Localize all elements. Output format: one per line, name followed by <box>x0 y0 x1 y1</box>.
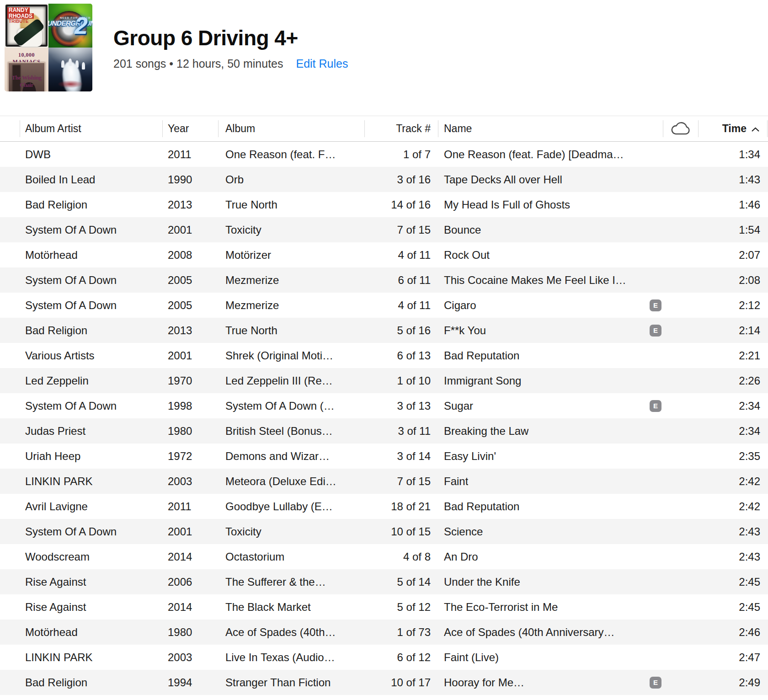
track-row[interactable]: DWB 2011 One Reason (feat. F… 1 of 7 One… <box>0 142 768 167</box>
column-header-album-artist[interactable]: Album Artist <box>20 116 162 141</box>
cell-time: 2:45 <box>698 569 768 594</box>
cell-album-artist: Bad Religion <box>20 192 162 217</box>
track-row[interactable]: Rise Against 2014 The Black Market 5 of … <box>0 594 768 620</box>
track-row[interactable]: Uriah Heep 1972 Demons and Wizar… 3 of 1… <box>0 444 768 469</box>
cell-album-artist: System Of A Down <box>20 293 162 318</box>
cell-time: 2:46 <box>698 620 768 645</box>
cell-album: Goodbye Lullaby (E… <box>218 494 364 519</box>
track-name: F**k You <box>444 324 486 337</box>
cell-album: Meteora (Deluxe Edi… <box>218 469 364 494</box>
cell-cloud-status <box>663 544 698 569</box>
track-row[interactable]: Judas Priest 1980 British Steel (Bonus… … <box>0 418 768 444</box>
cell-cloud-status <box>663 519 698 544</box>
cell-name: Ace of Spades (40th Anniversary… E <box>438 620 663 645</box>
cell-year: 2013 <box>162 318 218 343</box>
cell-year: 2003 <box>162 645 218 670</box>
track-row[interactable]: LINKIN PARK 2003 Meteora (Deluxe Edi… 7 … <box>0 469 768 494</box>
cell-album: Octastorium <box>218 544 364 569</box>
track-row[interactable]: System Of A Down 2001 Toxicity 10 of 15 … <box>0 519 768 544</box>
cell-album-artist: Avril Lavigne <box>20 494 162 519</box>
explicit-badge: E <box>650 299 661 311</box>
cell-year: 2001 <box>162 217 218 242</box>
cell-album-artist: Judas Priest <box>20 418 162 444</box>
cell-album: Orb <box>218 167 364 192</box>
cell-album-artist: Rise Against <box>20 594 162 620</box>
track-name: Under the Knife <box>444 576 520 588</box>
album-art-text: 2 <box>75 12 88 39</box>
header-gutter <box>0 116 20 141</box>
track-name: Bad Reputation <box>444 500 519 513</box>
cell-name: Faint E <box>438 469 663 494</box>
column-header-time[interactable]: Time <box>698 116 768 141</box>
column-header-cloud[interactable] <box>663 116 698 141</box>
cell-track-number: 3 of 14 <box>364 444 438 469</box>
cell-name: One Reason (feat. Fade) [Deadma… E <box>438 142 663 167</box>
sort-ascending-icon <box>751 127 760 133</box>
cell-album-artist: LINKIN PARK <box>20 645 162 670</box>
cell-cloud-status <box>663 293 698 318</box>
track-row[interactable]: Rise Against 2006 The Sufferer & the… 5 … <box>0 569 768 594</box>
album-art-text: RANDY <box>7 7 30 13</box>
track-row[interactable]: Boiled In Lead 1990 Orb 3 of 16 Tape Dec… <box>0 167 768 192</box>
track-row[interactable]: Led Zeppelin 1970 Led Zeppelin III (Re… … <box>0 368 768 393</box>
track-row[interactable]: LINKIN PARK 2003 Live In Texas (Audio… 6… <box>0 645 768 670</box>
cell-album: The Black Market <box>218 594 364 620</box>
cell-name: Easy Livin' E <box>438 444 663 469</box>
cell-name: Breaking the Law E <box>438 418 663 444</box>
album-art-wishing-chair: 10,000 MANIACS The Wishing Chair <box>5 48 48 91</box>
cell-time: 1:46 <box>698 192 768 217</box>
cell-time: 2:08 <box>698 267 768 293</box>
cell-time: 2:34 <box>698 393 768 418</box>
track-row[interactable]: Avril Lavigne 2011 Goodbye Lullaby (E… 1… <box>0 494 768 519</box>
cell-track-number: 5 of 12 <box>364 594 438 620</box>
cell-time: 2:34 <box>698 418 768 444</box>
cell-track-number: 6 of 11 <box>364 267 438 293</box>
track-row[interactable]: System Of A Down 2005 Mezmerize 4 of 11 … <box>0 293 768 318</box>
track-row[interactable]: Woodscream 2014 Octastorium 4 of 8 An Dr… <box>0 544 768 569</box>
cell-track-number: 1 of 10 <box>364 368 438 393</box>
cell-time: 2:21 <box>698 343 768 368</box>
cell-year: 2003 <box>162 469 218 494</box>
track-row[interactable]: System Of A Down 1998 System Of A Down (… <box>0 393 768 418</box>
album-art-text: The Wishing Chair <box>5 74 48 89</box>
track-row[interactable]: Motörhead 2008 Motörizer 4 of 11 Rock Ou… <box>0 242 768 267</box>
track-table: Album Artist Year Album Track # Name Tim… <box>0 116 768 695</box>
playlist-stats: 201 songs • 12 hours, 50 minutes <box>113 57 283 70</box>
track-row[interactable]: Bad Religion 2013 True North 14 of 16 My… <box>0 192 768 217</box>
column-header-album[interactable]: Album <box>218 116 364 141</box>
cell-track-number: 7 of 15 <box>364 217 438 242</box>
cell-album: Motörizer <box>218 242 364 267</box>
cell-cloud-status <box>663 192 698 217</box>
album-art-text: RHOADS <box>7 13 34 19</box>
track-row[interactable]: System Of A Down 2005 Mezmerize 6 of 11 … <box>0 267 768 293</box>
track-row[interactable]: System Of A Down 2001 Toxicity 7 of 15 B… <box>0 217 768 242</box>
cell-track-number: 4 of 11 <box>364 293 438 318</box>
cell-album: Mezmerize <box>218 267 364 293</box>
track-name: Easy Livin' <box>444 450 496 463</box>
track-row[interactable]: Motörhead 1980 Ace of Spades (40th… 1 of… <box>0 620 768 645</box>
album-art-text: TRIBUTE <box>7 19 34 25</box>
cell-track-number: 3 of 13 <box>364 393 438 418</box>
cell-year: 2005 <box>162 293 218 318</box>
cell-year: 1980 <box>162 620 218 645</box>
cell-year: 1970 <box>162 368 218 393</box>
cell-cloud-status <box>663 670 698 695</box>
track-row[interactable]: Bad Religion 1994 Stranger Than Fiction … <box>0 670 768 695</box>
cell-track-number: 3 of 16 <box>364 167 438 192</box>
cell-name: Immigrant Song E <box>438 368 663 393</box>
cell-album: Led Zeppelin III (Re… <box>218 368 364 393</box>
edit-rules-link[interactable]: Edit Rules <box>296 57 348 70</box>
cell-time: 2:49 <box>698 670 768 695</box>
track-row[interactable]: Bad Religion 2013 True North 5 of 16 F**… <box>0 318 768 343</box>
cell-year: 2001 <box>162 343 218 368</box>
cell-album: British Steel (Bonus… <box>218 418 364 444</box>
column-header-year[interactable]: Year <box>162 116 218 141</box>
cell-track-number: 1 of 73 <box>364 620 438 645</box>
album-art-dark-horse <box>48 48 92 91</box>
cell-track-number: 4 of 8 <box>364 544 438 569</box>
column-header-name[interactable]: Name <box>438 116 663 141</box>
track-row[interactable]: Various Artists 2001 Shrek (Original Mot… <box>0 343 768 368</box>
column-header-track[interactable]: Track # <box>364 116 438 141</box>
cell-track-number: 6 of 12 <box>364 645 438 670</box>
cell-time: 2:35 <box>698 444 768 469</box>
